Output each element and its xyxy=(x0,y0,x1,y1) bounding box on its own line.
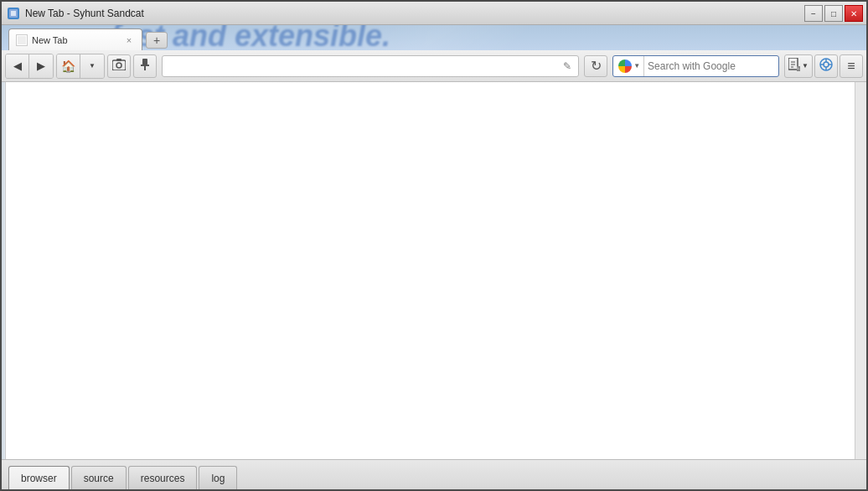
left-panel xyxy=(2,82,6,459)
forward-icon: ▶ xyxy=(37,59,45,72)
tab-resources-label: resources xyxy=(141,473,185,484)
search-input[interactable] xyxy=(644,60,777,72)
dropdown-button[interactable]: ▼ xyxy=(80,54,104,78)
tab-resources[interactable]: resources xyxy=(128,466,198,489)
back-button[interactable]: ◀ xyxy=(6,54,29,78)
home-button-group: 🏠 ▼ xyxy=(56,54,105,79)
right-scrollbar[interactable] xyxy=(855,82,866,459)
svg-rect-9 xyxy=(144,66,146,70)
bottom-bar: browser source resources log xyxy=(2,459,866,489)
forward-button[interactable]: ▶ xyxy=(29,54,53,78)
right-toolbar: ▼ ≡ xyxy=(784,54,863,78)
toolbar: ◀ ▶ 🏠 ▼ xyxy=(2,50,866,82)
address-bar[interactable]: ✎ xyxy=(162,55,579,77)
tab-bar-background: New Tab × + xyxy=(2,25,866,50)
tab-label: New Tab xyxy=(32,35,68,45)
svg-rect-7 xyxy=(142,59,147,65)
tab-favicon xyxy=(16,34,28,46)
new-page-dropdown: ▼ xyxy=(802,62,809,70)
tab-browser[interactable]: browser xyxy=(8,466,70,489)
svg-rect-10 xyxy=(788,58,798,70)
google-icon xyxy=(618,59,632,73)
close-button[interactable]: ✕ xyxy=(845,5,863,22)
window-controls: − □ ✕ xyxy=(804,5,863,22)
back-icon: ◀ xyxy=(13,59,22,72)
screenshot-button[interactable] xyxy=(107,54,131,78)
svg-point-5 xyxy=(116,63,121,68)
home-icon: 🏠 xyxy=(61,59,75,73)
menu-button[interactable]: ≡ xyxy=(840,54,863,78)
tab-source-label: source xyxy=(84,473,114,484)
tab-new-tab[interactable]: New Tab × xyxy=(8,28,142,50)
address-input[interactable] xyxy=(166,60,560,72)
title-bar: New Tab - Syhunt Sandcat − □ ✕ xyxy=(2,2,866,25)
new-page-button[interactable]: ▼ xyxy=(784,54,813,78)
search-engine-selector[interactable]: ▼ xyxy=(615,56,644,76)
pin-icon xyxy=(139,59,151,73)
svg-rect-3 xyxy=(18,36,26,44)
search-dropdown-arrow: ▼ xyxy=(633,62,640,70)
maximize-button[interactable]: □ xyxy=(824,5,843,22)
dropdown-icon: ▼ xyxy=(89,62,96,70)
nav-button-group: ◀ ▶ xyxy=(5,54,54,79)
svg-rect-2 xyxy=(11,11,16,16)
address-icons: ✎ xyxy=(560,59,575,74)
chromium-button[interactable] xyxy=(814,54,838,78)
svg-rect-6 xyxy=(116,59,121,61)
tab-browser-label: browser xyxy=(21,473,57,484)
tab-log-label: log xyxy=(211,473,225,484)
tabs-row: New Tab × + xyxy=(5,25,171,50)
edit-icon: ✎ xyxy=(563,60,571,72)
tab-source[interactable]: source xyxy=(71,466,127,489)
svg-point-17 xyxy=(824,62,829,67)
minimize-button[interactable]: − xyxy=(804,5,823,22)
window-title: New Tab - Syhunt Sandcat xyxy=(25,8,861,19)
main-content xyxy=(2,82,866,459)
pin-button[interactable] xyxy=(133,54,157,78)
new-page-icon xyxy=(788,58,800,74)
svg-rect-4 xyxy=(112,60,126,70)
search-bar: ▼ xyxy=(612,55,779,77)
tab-log[interactable]: log xyxy=(199,466,237,489)
chromium-icon xyxy=(819,58,833,74)
svg-rect-8 xyxy=(141,65,149,66)
tab-close-button[interactable]: × xyxy=(123,34,135,46)
screenshot-icon xyxy=(112,59,126,73)
new-tab-button[interactable]: + xyxy=(146,32,168,49)
reload-button[interactable]: ↻ xyxy=(584,55,607,77)
menu-icon: ≡ xyxy=(847,59,855,73)
reload-icon: ↻ xyxy=(591,58,602,74)
edit-address-button[interactable]: ✎ xyxy=(560,59,575,74)
app-icon xyxy=(7,7,20,20)
home-button[interactable]: 🏠 xyxy=(57,54,80,78)
